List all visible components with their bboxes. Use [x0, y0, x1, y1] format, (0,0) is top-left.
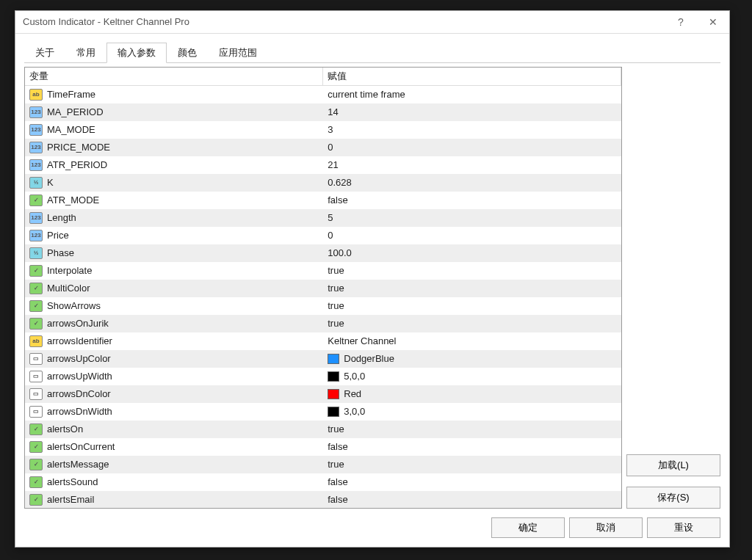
param-name-cell: ▭arrowsUpColor	[25, 350, 323, 368]
param-value-cell[interactable]: 5,0,0	[323, 368, 621, 385]
param-value: false	[328, 494, 347, 505]
param-value: Keltner Channel	[328, 335, 396, 346]
param-value-cell[interactable]: true	[323, 456, 621, 473]
param-value: true	[328, 423, 344, 434]
table-row[interactable]: ✓Interpolatetrue	[25, 262, 621, 280]
type-123-icon: 123	[29, 212, 43, 224]
reset-button[interactable]: 重设	[647, 517, 720, 538]
table-row[interactable]: ✓ATR_MODEfalse	[25, 192, 621, 209]
param-value-cell[interactable]: false	[323, 491, 621, 509]
param-name: MA_MODE	[47, 124, 95, 135]
param-value: DodgerBlue	[344, 353, 394, 364]
table-row[interactable]: ▭arrowsUpWidth5,0,0	[25, 368, 621, 385]
param-value-cell[interactable]: Red	[323, 385, 621, 403]
param-value-cell[interactable]: 5	[323, 209, 621, 227]
ok-button[interactable]: 确定	[491, 517, 565, 538]
param-value-cell[interactable]: 0	[323, 139, 621, 156]
type-123-icon: 123	[29, 106, 43, 118]
tab-1[interactable]: 常用	[65, 43, 106, 63]
param-value-cell[interactable]: true	[323, 297, 621, 315]
window-title: Custom Indicator - Keltner Channel Pro	[23, 11, 665, 33]
param-value-cell[interactable]: DodgerBlue	[323, 350, 621, 368]
table-row[interactable]: ✓arrowsOnJuriktrue	[25, 315, 621, 332]
param-name: ATR_PERIOD	[47, 159, 107, 170]
param-name-cell: 123Price	[25, 227, 323, 244]
cancel-button[interactable]: 取消	[569, 517, 643, 538]
type-123-icon: 123	[29, 142, 43, 153]
table-row[interactable]: ▭arrowsUpColorDodgerBlue	[25, 350, 621, 368]
table-row[interactable]: 123ATR_PERIOD21	[25, 156, 621, 174]
param-value-cell[interactable]: 100.0	[323, 244, 621, 262]
table-row[interactable]: ✓alertsOnCurrentfalse	[25, 438, 621, 456]
table-row[interactable]: 123MA_MODE3	[25, 121, 621, 139]
param-name: MA_PERIOD	[47, 106, 104, 117]
table-row[interactable]: 123Price0	[25, 227, 621, 244]
param-value: false	[328, 476, 347, 487]
param-value-cell[interactable]: 21	[323, 156, 621, 174]
param-value: current time frame	[328, 89, 405, 100]
table-row[interactable]: ½K0.628	[25, 174, 621, 192]
param-name-cell: ✓alertsSound	[25, 473, 323, 491]
param-value-cell[interactable]: true	[323, 280, 621, 297]
load-button[interactable]: 加载(L)	[626, 454, 720, 476]
param-value-cell[interactable]: false	[323, 438, 621, 456]
type-bool-icon: ✓	[29, 423, 43, 435]
type-bool-icon: ✓	[29, 265, 43, 277]
param-value-cell[interactable]: 0	[323, 227, 621, 244]
param-value-cell[interactable]: true	[323, 262, 621, 280]
table-row[interactable]: abTimeFramecurrent time frame	[25, 86, 621, 104]
tab-0[interactable]: 关于	[24, 43, 65, 63]
param-name-cell: ✓alertsOn	[25, 421, 323, 438]
table-row[interactable]: ✓alertsSoundfalse	[25, 473, 621, 491]
param-value: true	[328, 265, 344, 276]
param-value-cell[interactable]: 14	[323, 103, 621, 121]
param-value-cell[interactable]: true	[323, 421, 621, 438]
table-row[interactable]: ½Phase100.0	[25, 244, 621, 262]
table-row[interactable]: ▭arrowsDnColorRed	[25, 385, 621, 403]
tab-2[interactable]: 输入参数	[106, 43, 167, 63]
type-v2-icon: ½	[29, 177, 43, 189]
table-row[interactable]: ✓alertsOntrue	[25, 421, 621, 438]
param-name: arrowsUpWidth	[47, 371, 112, 382]
table-header-row: 变量 赋值	[25, 68, 621, 86]
table-row[interactable]: ✓alertsEmailfalse	[25, 491, 621, 509]
param-value: 5	[328, 212, 333, 223]
param-name-cell: 123MA_PERIOD	[25, 103, 323, 121]
param-value-cell[interactable]: false	[323, 192, 621, 209]
color-swatch-icon	[328, 407, 339, 417]
param-value-cell[interactable]: Keltner Channel	[323, 332, 621, 350]
param-value-cell[interactable]: 3,0,0	[323, 403, 621, 421]
param-value-cell[interactable]: false	[323, 473, 621, 491]
table-row[interactable]: 123MA_PERIOD14	[25, 103, 621, 121]
help-icon[interactable]: ?	[665, 11, 697, 33]
param-value-cell[interactable]: true	[323, 315, 621, 332]
param-name: arrowsDnColor	[47, 388, 111, 399]
param-name: MultiColor	[47, 283, 90, 294]
param-name-cell: ½Phase	[25, 244, 323, 262]
table-row[interactable]: 123Length5	[25, 209, 621, 227]
close-icon[interactable]: ✕	[697, 11, 729, 33]
type-bool-icon: ✓	[29, 459, 43, 470]
param-name-cell: ✓Interpolate	[25, 262, 323, 280]
param-name-cell: ✓alertsEmail	[25, 491, 323, 509]
save-button[interactable]: 保存(S)	[626, 487, 720, 509]
type-bool-icon: ✓	[29, 318, 43, 330]
column-header-variable[interactable]: 变量	[25, 68, 323, 86]
table-row[interactable]: 123PRICE_MODE0	[25, 139, 621, 156]
column-header-value[interactable]: 赋值	[323, 68, 621, 86]
parameters-table-wrap: 变量 赋值 abTimeFramecurrent time frame123MA…	[24, 67, 622, 509]
type-color-icon: ▭	[29, 353, 43, 365]
table-row[interactable]: abarrowsIdentifierKeltner Channel	[25, 332, 621, 350]
table-row[interactable]: ✓ShowArrowstrue	[25, 297, 621, 315]
param-value: 0	[328, 142, 333, 153]
param-value-cell[interactable]: 3	[323, 121, 621, 139]
param-value-cell[interactable]: 0.628	[323, 174, 621, 192]
tab-bar: 关于常用输入参数颜色应用范围	[24, 42, 720, 63]
table-row[interactable]: ▭arrowsDnWidth3,0,0	[25, 403, 621, 421]
table-row[interactable]: ✓MultiColortrue	[25, 280, 621, 297]
param-value-cell[interactable]: current time frame	[323, 86, 621, 104]
tab-3[interactable]: 颜色	[167, 43, 208, 63]
tab-4[interactable]: 应用范围	[208, 43, 268, 63]
table-row[interactable]: ✓alertsMessagetrue	[25, 456, 621, 473]
param-name: ATR_MODE	[47, 194, 99, 206]
